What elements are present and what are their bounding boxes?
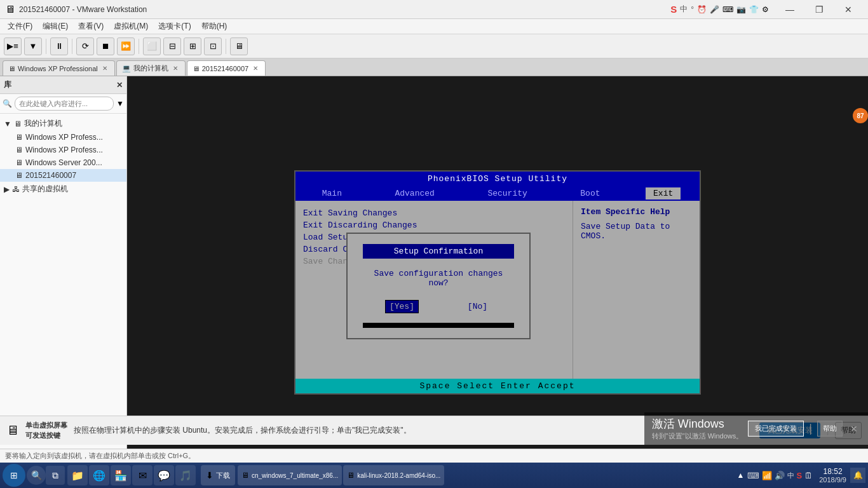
sidebar-header: 库 ✕ xyxy=(0,76,126,94)
bios-exit-saving[interactable]: Exit Saving Changes xyxy=(303,207,565,219)
menu-vm[interactable]: 虚拟机(M) xyxy=(109,20,153,33)
activate-text-area: 激活 Windows 转到"设置"以激活 Windows。 xyxy=(652,416,743,441)
menu-help[interactable]: 帮助(H) xyxy=(196,20,233,33)
taskbar-app-wechat[interactable]: 💬 xyxy=(154,465,174,485)
dialog-yes-button[interactable]: [Yes] xyxy=(386,301,418,313)
menu-file[interactable]: 文件(F) xyxy=(3,20,37,33)
activate-help-button[interactable]: 帮助 xyxy=(817,421,843,437)
tray-input[interactable]: 中 xyxy=(787,471,794,480)
tray-more[interactable]: 🗓 xyxy=(804,471,813,480)
tab-close-mycomputer[interactable]: ✕ xyxy=(171,64,180,73)
search-input[interactable] xyxy=(15,97,114,111)
toolbar: ▶≡ ▼ ⏸ ⟳ ⏹ ⏩ ⬜ ⊟ ⊞ ⊡ 🖥 xyxy=(0,34,868,58)
taskbar-win7-app[interactable]: 🖥 cn_windows_7_ultimate_x86... xyxy=(238,465,342,485)
activate-action-button[interactable]: 我已完成安装 xyxy=(748,421,804,437)
taskbar-app-music[interactable]: 🎵 xyxy=(175,465,196,485)
toolbar-power[interactable]: ▶≡ xyxy=(4,37,22,55)
dialog-no-button[interactable]: [No] xyxy=(464,301,491,313)
tab-label-vm: 201521460007 xyxy=(202,65,248,72)
taskbar-start[interactable]: ⊞ xyxy=(3,464,25,487)
taskbar-app-edge[interactable]: 🌐 xyxy=(89,465,109,485)
sogou-tool1[interactable]: 中 xyxy=(680,4,688,15)
hint-title: 单击虚拟屏幕可发送按键 xyxy=(25,421,67,440)
sogou-tool4[interactable]: 🎤 xyxy=(710,5,719,14)
taskbar-search[interactable]: 🔍 xyxy=(27,466,46,485)
sogou-icon: S xyxy=(670,4,677,15)
taskbar: ⊞ 🔍 ⧉ 📁 🌐 🏪 ✉ 💬 🎵 ⬇ 下载 🖥 cn_windows_7_ul… xyxy=(0,463,868,488)
tab-vm[interactable]: 🖥 201521460007 ✕ xyxy=(187,60,266,76)
notification-circle[interactable]: 87 xyxy=(853,108,868,123)
taskbar-kali-app[interactable]: 🖥 kali-linux-2018.2-amd64-iso... xyxy=(343,465,444,485)
sogou-tool6[interactable]: 📷 xyxy=(736,5,746,14)
toolbar-arrow[interactable]: ▼ xyxy=(24,37,42,55)
menu-view[interactable]: 查看(V) xyxy=(73,20,109,33)
tab-close-winxp[interactable]: ✕ xyxy=(100,64,109,73)
bios-nav-security[interactable]: Security xyxy=(480,187,534,200)
tab-icon-mycomputer: 💻 xyxy=(122,64,131,72)
sogou-tool8[interactable]: ⚙ xyxy=(762,5,769,14)
sidebar-item-vm201[interactable]: 🖥 201521460007 xyxy=(0,169,126,182)
menu-edit[interactable]: 编辑(E) xyxy=(37,20,73,33)
taskbar-app-explorer[interactable]: 📁 xyxy=(67,465,88,485)
tabs-row: 🖥 Windows XP Professional ✕ 💻 我的计算机 ✕ 🖥 … xyxy=(0,58,868,76)
bios-nav-boot[interactable]: Boot xyxy=(573,187,607,200)
bios-help-title: Item Specific Help xyxy=(581,207,692,217)
toolbar-restart[interactable]: ⟳ xyxy=(76,37,94,55)
tray-volume[interactable]: 🔊 xyxy=(775,471,785,480)
toolbar-monitor[interactable]: 🖥 xyxy=(230,37,248,55)
bios-exit-discarding[interactable]: Exit Discarding Changes xyxy=(303,219,565,231)
minimize-button[interactable]: — xyxy=(775,0,804,19)
toolbar-view1[interactable]: ⬜ xyxy=(143,37,161,55)
activate-subtitle: 转到"设置"以激活 Windows。 xyxy=(652,431,743,441)
sogou-tool2[interactable]: ° xyxy=(691,5,694,14)
bios-nav-exit[interactable]: Exit xyxy=(646,187,681,200)
tray-network[interactable]: 📶 xyxy=(762,471,772,480)
sogou-tool3[interactable]: ⏰ xyxy=(697,5,707,14)
sidebar-title: 库 xyxy=(4,79,11,90)
close-button[interactable]: ✕ xyxy=(834,0,863,19)
sogou-tool7[interactable]: 👕 xyxy=(749,5,759,14)
sidebar-item-server[interactable]: 🖥 Windows Server 200... xyxy=(0,156,126,169)
toolbar-sep4 xyxy=(226,39,226,54)
menu-tabs[interactable]: 选项卡(T) xyxy=(153,20,196,33)
toolbar-suspend[interactable]: ⏸ xyxy=(50,37,68,55)
bios-nav-advanced[interactable]: Advanced xyxy=(387,187,442,200)
time-display: 18:52 xyxy=(824,467,843,476)
vm-icon-2: 🖥 xyxy=(15,146,23,154)
tab-mycomputer[interactable]: 💻 我的计算机 ✕ xyxy=(116,60,186,76)
download-label: 下载 xyxy=(216,471,230,480)
taskbar-app-mail[interactable]: ✉ xyxy=(132,465,153,485)
sogou-tool5[interactable]: ⌨ xyxy=(722,5,733,14)
tray-sogou[interactable]: S xyxy=(797,471,803,480)
toolbar-view2[interactable]: ⊟ xyxy=(163,37,181,55)
tab-icon-winxp: 🖥 xyxy=(8,65,15,72)
taskbar-task-view[interactable]: ⧉ xyxy=(46,466,65,485)
toolbar-forward[interactable]: ⏩ xyxy=(117,37,135,55)
taskbar-app-store[interactable]: 🏪 xyxy=(111,465,131,485)
dialog-title: Setup Confirmation xyxy=(363,244,514,259)
bios-nav-main[interactable]: Main xyxy=(315,187,349,200)
maximize-button[interactable]: ❐ xyxy=(804,0,834,19)
toolbar-stop[interactable]: ⏹ xyxy=(97,37,114,55)
sidebar-item-mycomputer[interactable]: ▼ 🖥 我的计算机 xyxy=(0,116,126,131)
sidebar-item-shared[interactable]: ▶ 🖧 共享的虚拟机 xyxy=(0,182,126,196)
activate-close-button[interactable]: ✕ xyxy=(848,424,860,434)
toolbar-view4[interactable]: ⊡ xyxy=(204,37,222,55)
sidebar-close-icon[interactable]: ✕ xyxy=(116,81,123,90)
taskbar-clock[interactable]: 18:52 2018/9/9 xyxy=(815,467,850,484)
window-controls: — ❐ ✕ xyxy=(775,0,863,19)
toolbar-view3[interactable]: ⊞ xyxy=(184,37,201,55)
tab-close-vm[interactable]: ✕ xyxy=(251,64,260,73)
win7-label: cn_windows_7_ultimate_x86... xyxy=(252,472,338,479)
tray-keyboard[interactable]: ⌨ xyxy=(747,471,759,480)
search-icon: 🔍 xyxy=(3,99,12,108)
taskbar-downloads[interactable]: ⬇ 下载 xyxy=(201,465,235,485)
tray-notification[interactable]: 🔔 xyxy=(850,468,865,483)
sidebar-item-winxp2[interactable]: 🖥 Windows XP Profess... xyxy=(0,144,126,156)
tray-expand[interactable]: ▲ xyxy=(737,471,745,480)
search-dropdown-icon[interactable]: ▼ xyxy=(116,99,124,108)
vm-icon-4: 🖥 xyxy=(15,171,23,180)
sidebar-item-winxp1[interactable]: 🖥 Windows XP Profess... xyxy=(0,131,126,144)
expand-icon: ▼ xyxy=(4,119,11,128)
tab-winxp[interactable]: 🖥 Windows XP Professional ✕ xyxy=(3,60,115,76)
